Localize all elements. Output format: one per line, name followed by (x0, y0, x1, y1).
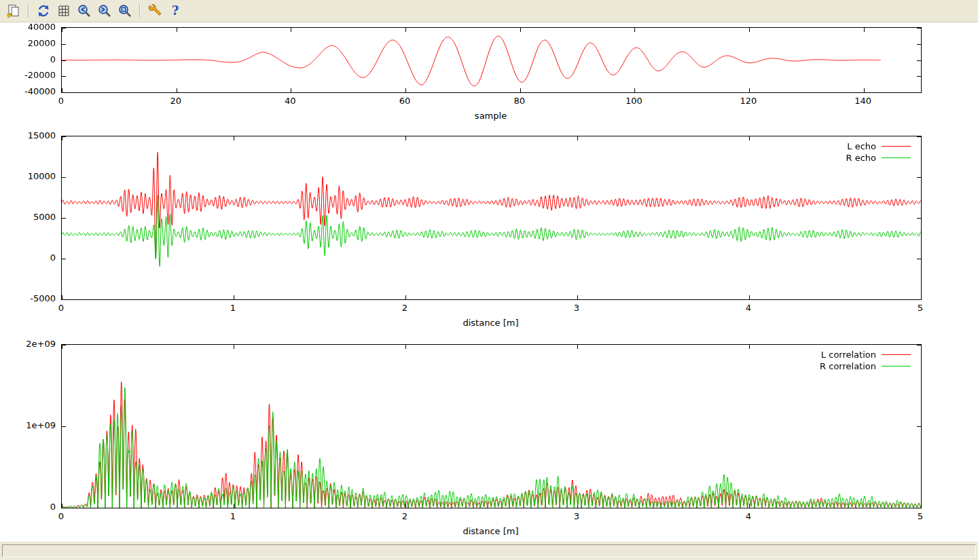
legend-entry: R echo (61, 152, 911, 164)
legend: L correlationR correlation (61, 349, 911, 372)
y-tick-label: 10000 (0, 171, 56, 182)
toolbar-separator (139, 4, 141, 18)
legend-line-sample (882, 366, 911, 367)
x-tick-label: 4 (721, 303, 776, 314)
x-tick-label: 140 (836, 96, 890, 107)
legend-line-sample (882, 146, 911, 147)
legend-entry: L echo (61, 141, 911, 152)
x-tick-label: 0 (34, 511, 88, 522)
y-tick-label: 40000 (0, 22, 56, 33)
x-tick-label: 0 (34, 303, 88, 314)
x-tick-label: 2 (378, 303, 432, 314)
legend-label: L echo (847, 141, 876, 151)
x-tick-label: 100 (606, 96, 661, 107)
legend-entry: L correlation (61, 349, 911, 360)
grid-toggle-icon (56, 3, 71, 18)
x-tick-label: 4 (721, 511, 776, 522)
x-tick-label: 2 (378, 511, 432, 522)
x-tick-label: 3 (549, 511, 604, 522)
y-tick-label: -20000 (0, 70, 56, 81)
x-tick-label: 1 (206, 303, 260, 314)
x-tick-label: 5 (893, 303, 947, 314)
help-question-icon: ? (172, 5, 179, 17)
y-tick-label: 0 (0, 54, 56, 65)
legend-entry: R correlation (61, 360, 911, 372)
x-axis-label: distance [m] (61, 318, 920, 328)
x-tick-label: 60 (378, 96, 432, 107)
y-tick-label: 1e+09 (0, 420, 56, 431)
zoom-next-button[interactable] (95, 2, 114, 20)
status-message (2, 544, 976, 557)
legend-line-sample (882, 354, 911, 355)
replot-button[interactable] (34, 2, 53, 20)
copy-to-clipboard-button[interactable] (4, 2, 23, 20)
zoom-previous-icon (77, 3, 92, 18)
x-tick-label: 80 (492, 96, 547, 107)
grid-toggle-button[interactable] (54, 2, 73, 20)
copy-to-clipboard-icon (6, 3, 21, 18)
plot-area: -40000-200000200004000002040608010012014… (0, 22, 978, 542)
x-tick-label: 40 (263, 96, 317, 107)
y-tick-label: 0 (0, 253, 56, 263)
x-tick-label: 0 (34, 96, 88, 107)
chart-correlation: 01e+092e+09012345distance [m]L correlati… (0, 344, 978, 548)
x-axis-label: sample (61, 111, 920, 121)
legend-line-sample (882, 157, 911, 158)
replot-refresh-icon (36, 3, 51, 18)
plot-box[interactable] (61, 27, 922, 93)
x-tick-label: 5 (893, 511, 947, 522)
x-tick-label: 20 (149, 96, 203, 107)
chart-echo-signals: -5000050001000015000012345distance [m]L … (0, 136, 978, 339)
chart-pulse-waveform: -40000-200000200004000002040608010012014… (0, 27, 978, 136)
y-tick-label: 20000 (0, 38, 56, 49)
legend: L echoR echo (61, 141, 911, 164)
legend-label: R correlation (820, 361, 876, 371)
y-tick-label: 2e+09 (0, 339, 56, 350)
autoscale-zoom-icon (117, 3, 132, 18)
y-tick-label: 15000 (0, 130, 56, 141)
x-tick-label: 120 (721, 96, 776, 107)
legend-label: R echo (846, 153, 876, 163)
wrench-settings-icon (147, 3, 162, 18)
x-axis-label: distance [m] (61, 526, 920, 536)
y-tick-label: 5000 (0, 212, 56, 223)
x-tick-label: 1 (206, 511, 260, 522)
toolbar: ? (0, 0, 978, 22)
legend-label: L correlation (821, 350, 876, 360)
plot-canvas[interactable] (62, 28, 921, 92)
x-tick-label: 3 (549, 303, 604, 314)
toolbar-separator (28, 4, 29, 18)
zoom-previous-button[interactable] (75, 2, 94, 20)
zoom-next-icon (97, 3, 112, 18)
autoscale-button[interactable] (115, 2, 134, 20)
configure-button[interactable] (145, 2, 164, 20)
help-button[interactable]: ? (166, 2, 185, 20)
status-bar (0, 541, 978, 560)
